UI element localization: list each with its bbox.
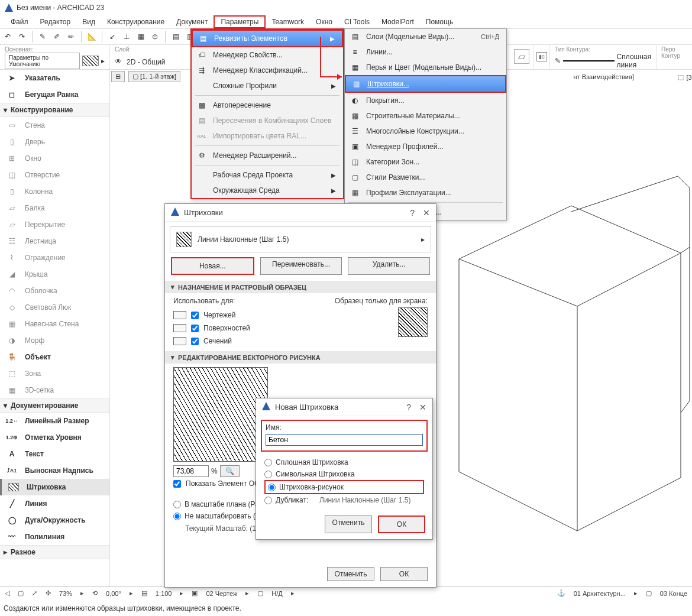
tool-text[interactable]: AТекст <box>0 446 109 462</box>
tool-line[interactable]: ╱Линия <box>0 495 109 512</box>
split-icon[interactable]: ▮▯ <box>536 52 547 61</box>
tool-railing[interactable]: ⌇Ограждение <box>0 249 109 266</box>
menu-view[interactable]: Вид <box>76 17 101 27</box>
fill-selector[interactable]: Линии Наклонные (Шаг 1.5) ▸ <box>170 226 431 252</box>
radio-image-fill[interactable] <box>268 484 276 491</box>
nd-value[interactable]: Н/Д <box>271 590 282 597</box>
tool-beam[interactable]: ▱Балка <box>0 200 109 216</box>
submenu-composites[interactable]: ☰Многослойные Конструкции... <box>345 124 506 139</box>
menu-item-autocross[interactable]: ▩Автопересечение <box>192 98 343 113</box>
caret-icon[interactable]: ▸ <box>634 589 638 597</box>
tool-mesh[interactable]: ▦3D-сетка <box>0 382 109 398</box>
hatch-preview-icon[interactable] <box>82 56 99 66</box>
close-icon[interactable]: ✕ <box>419 403 426 412</box>
caret-icon[interactable]: ▸ <box>80 589 84 597</box>
dropper-icon[interactable]: ✐ <box>50 30 63 43</box>
tool-wall[interactable]: ▭Стена <box>0 117 109 134</box>
caret-icon[interactable]: ▸ <box>291 589 295 597</box>
radio-paper-scale[interactable] <box>173 513 181 520</box>
menu-item-extmgr[interactable]: ⚙Менеджер Расширений... <box>192 148 343 163</box>
konc-preset-value[interactable]: 03 Конце <box>660 590 687 597</box>
menu-parameters[interactable]: Параметры <box>214 15 266 28</box>
tool-door[interactable]: ▯Дверь <box>0 134 109 150</box>
fills-ok-button[interactable]: ОК <box>380 567 428 581</box>
nav-first-icon[interactable]: ▢ <box>18 589 24 597</box>
rename-fill-button[interactable]: Переименовать... <box>260 257 342 275</box>
contour-line-sample[interactable] <box>563 60 615 61</box>
menu-item-workenv[interactable]: Рабочая Среда Проекта▶ <box>192 167 343 183</box>
group-dokum[interactable]: ▾ Документирование <box>0 398 109 413</box>
new-fill-cancel-button[interactable]: Отменить <box>325 516 372 533</box>
submenu-opprofiles[interactable]: ▦Профили Эксплуатации... <box>345 185 506 200</box>
redo-icon[interactable]: ↷ <box>15 30 28 43</box>
menu-modelport[interactable]: ModelPort <box>376 17 420 27</box>
tool-curtainwall[interactable]: ▦Навесная Стена <box>0 316 109 332</box>
help-icon[interactable]: ? <box>406 403 411 412</box>
submenu-profiles[interactable]: ▣Менеджер Профилей... <box>345 139 506 154</box>
radio-solid-fill[interactable] <box>264 459 272 466</box>
new-fill-ok-button[interactable]: ОК <box>378 516 425 533</box>
grid-icon[interactable]: ▦ <box>134 30 147 43</box>
chk-show-elem[interactable] <box>173 480 181 488</box>
ruler-icon[interactable]: 📐 <box>85 30 98 43</box>
cursor-snap-icon[interactable]: ⊙ <box>148 30 161 43</box>
layer-value[interactable]: 2D - Общий <box>127 58 166 66</box>
caret-icon[interactable]: ▸ <box>245 589 249 597</box>
perp-icon[interactable]: ⊥ <box>120 30 133 43</box>
chk-sections[interactable] <box>191 338 199 345</box>
submenu-materials[interactable]: ▩Строительные Материалы... <box>345 108 506 124</box>
section-usage[interactable]: ▾НАЗНАЧЕНИЕ И РАСТРОВЫЙ ОБРАЗЕЦ <box>165 281 436 293</box>
group-raznoe[interactable]: ▸ Разное <box>0 545 109 559</box>
tool-roof[interactable]: ◢Крыша <box>0 266 109 283</box>
zoom-input[interactable] <box>173 465 209 477</box>
tool-opening[interactable]: ◫Отверстие <box>0 167 109 183</box>
tool-fill[interactable]: Штриховка <box>0 479 109 495</box>
tool-label[interactable]: ⤴A1Выносная Надпись <box>0 462 109 479</box>
chk-drawings[interactable] <box>191 312 199 319</box>
delete-fill-button[interactable]: Удалить... <box>348 257 430 275</box>
submenu-fills[interactable]: ▨Штриховки... <box>345 75 506 93</box>
pan-icon[interactable]: ✣ <box>46 589 51 597</box>
geometry-icon[interactable]: ▱ <box>514 49 529 64</box>
tool-object[interactable]: 🪑Объект <box>0 349 109 365</box>
menu-file[interactable]: Файл <box>5 17 34 27</box>
tool-polyline[interactable]: 〰Полилиния <box>0 529 109 545</box>
fills-cancel-button[interactable]: Отменить <box>327 567 374 581</box>
menu-editor[interactable]: Редактор <box>34 17 77 27</box>
tool-dimension[interactable]: 1.2↔Линейный Размер <box>0 413 109 429</box>
tool-stair[interactable]: ☷Лестница <box>0 233 109 249</box>
section-vector[interactable]: ▾РЕДАКТИРОВАНИЕ ВЕКТОРНОГО РИСУНКА <box>165 351 436 364</box>
menu-konstr[interactable]: Конструирование <box>101 17 170 27</box>
drawing-value[interactable]: 02 Чертеж <box>206 590 237 597</box>
menu-teamwork[interactable]: Teamwork <box>266 17 310 27</box>
arch-preset-value[interactable]: 01 Архитектурн... <box>574 590 626 597</box>
menu-help[interactable]: Помощь <box>420 17 459 27</box>
grid-snap-icon[interactable]: ↙ <box>106 30 119 43</box>
group-konstr[interactable]: ▾ Конструирование <box>0 103 109 117</box>
zoom-value[interactable]: 73% <box>59 590 72 597</box>
menu-document[interactable]: Документ <box>170 17 214 27</box>
menu-item-env[interactable]: Окружающая Среда▶ <box>192 183 343 198</box>
tool-morph[interactable]: ◑Морф <box>0 332 109 349</box>
pick-icon[interactable]: ✎ <box>36 30 49 43</box>
new-fill-button[interactable]: Новая... <box>171 257 254 275</box>
tool-arc[interactable]: ◯Дуга/Окружность <box>0 512 109 529</box>
submenu-pens[interactable]: ▦Перья и Цвет (Модельные Виды)... <box>345 60 506 75</box>
menu-citools[interactable]: CI Tools <box>338 17 376 27</box>
zoom-fit-icon[interactable]: ⤢ <box>32 589 37 597</box>
tool-skylight[interactable]: ◇Световой Люк <box>0 299 109 316</box>
line-type-icon[interactable]: ✎ <box>555 57 561 65</box>
submenu-surfaces[interactable]: ◐Покрытия... <box>345 93 506 108</box>
fill-name-input[interactable] <box>266 434 423 446</box>
chk-surfaces[interactable] <box>191 325 199 332</box>
zoom-fit-button[interactable]: 🔍 <box>220 465 240 477</box>
menu-window[interactable]: Окно <box>310 17 338 27</box>
submenu-layers[interactable]: ▤Слои (Модельные Виды)...Ctrl+Д <box>345 29 506 44</box>
angle-value[interactable]: 0,00° <box>106 590 121 597</box>
caret-icon[interactable]: ▸ <box>130 589 133 597</box>
undo-icon[interactable]: ↶ <box>1 30 14 43</box>
tool-column[interactable]: ▯Колонна <box>0 183 109 200</box>
tool-level[interactable]: 1.2⊕Отметка Уровня <box>0 429 109 446</box>
dropdown-caret-icon[interactable]: ▸ <box>101 57 105 65</box>
tool-marquee[interactable]: ◻ Бегущая Рамка <box>0 86 109 103</box>
